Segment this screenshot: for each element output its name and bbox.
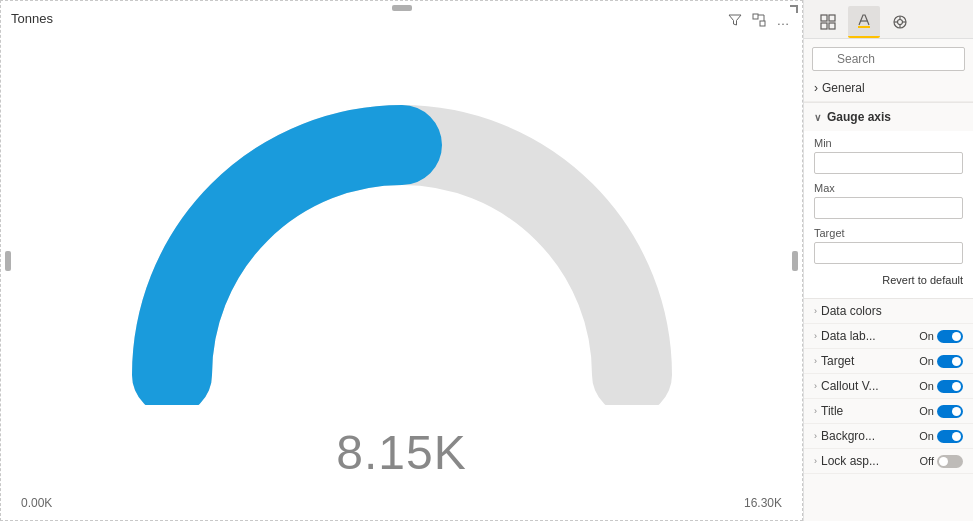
svg-rect-5	[829, 23, 835, 29]
focus-mode-icon[interactable]	[750, 11, 768, 29]
resize-handle-top[interactable]	[392, 5, 412, 11]
background-label-wrap: › Backgro...	[814, 429, 875, 443]
svg-rect-3	[829, 15, 835, 21]
section-general: › General	[804, 75, 973, 103]
background-pill[interactable]	[937, 430, 963, 443]
section-general-label: General	[822, 81, 865, 95]
revert-button[interactable]: Revert to default	[814, 272, 963, 290]
title-toggle[interactable]: On	[919, 405, 963, 418]
format-search: 🔍	[804, 39, 973, 75]
callout-value-pill[interactable]	[937, 380, 963, 393]
target-pill[interactable]	[937, 355, 963, 368]
chevron-data-labels: ›	[814, 331, 817, 341]
svg-rect-2	[821, 15, 827, 21]
background-label: Backgro...	[821, 429, 875, 443]
lock-aspect-toggle[interactable]: Off	[920, 455, 963, 468]
resize-handle-right[interactable]	[792, 251, 798, 271]
filter-icon[interactable]	[726, 11, 744, 29]
chevron-data-colors: ›	[814, 306, 817, 316]
lock-aspect-pill[interactable]	[937, 455, 963, 468]
more-options-icon[interactable]: …	[774, 11, 792, 29]
section-target[interactable]: › Target On	[804, 349, 973, 374]
title-toggle-label: On	[919, 405, 934, 417]
chart-panel: Tonnes … 8.15K 0.00K 16.30K	[0, 0, 803, 521]
target-label: Target	[821, 354, 854, 368]
chart-toolbar: …	[726, 11, 792, 29]
section-data-colors[interactable]: › Data colors	[804, 299, 973, 324]
field-target-input[interactable]	[814, 242, 963, 264]
data-labels-label-wrap: › Data lab...	[814, 329, 876, 343]
lock-aspect-label-wrap: › Lock asp...	[814, 454, 879, 468]
target-toggle[interactable]: On	[919, 355, 963, 368]
gauge-max-label: 16.30K	[744, 496, 782, 510]
callout-value-toggle[interactable]: On	[919, 380, 963, 393]
data-labels-toggle[interactable]: On	[919, 330, 963, 343]
svg-rect-0	[753, 14, 758, 19]
tab-analytics[interactable]	[884, 6, 916, 38]
field-max-label: Max	[814, 182, 963, 194]
section-lock-aspect[interactable]: › Lock asp... Off	[804, 449, 973, 474]
callout-value-label-wrap: › Callout V...	[814, 379, 879, 393]
section-title[interactable]: › Title On	[804, 399, 973, 424]
tab-format[interactable]	[848, 6, 880, 38]
chevron-gauge-axis: ∨	[814, 112, 821, 123]
target-toggle-label: On	[919, 355, 934, 367]
chevron-title: ›	[814, 406, 817, 416]
data-labels-toggle-label: On	[919, 330, 934, 342]
resize-handle-left[interactable]	[5, 251, 11, 271]
chart-title: Tonnes	[11, 11, 53, 26]
lock-aspect-label: Lock asp...	[821, 454, 879, 468]
title-pill[interactable]	[937, 405, 963, 418]
section-general-header[interactable]: › General	[804, 75, 973, 102]
field-max-input[interactable]	[814, 197, 963, 219]
section-gauge-axis-label: Gauge axis	[827, 110, 891, 124]
gauge-container	[122, 105, 682, 405]
search-input[interactable]	[812, 47, 965, 71]
field-max: Max	[814, 182, 963, 219]
gauge-min-label: 0.00K	[21, 496, 52, 510]
data-colors-label-wrap: › Data colors	[814, 304, 882, 318]
svg-point-8	[898, 20, 903, 25]
svg-rect-4	[821, 23, 827, 29]
data-colors-label: Data colors	[821, 304, 882, 318]
chevron-lock-aspect: ›	[814, 456, 817, 466]
svg-rect-1	[760, 21, 765, 26]
section-background[interactable]: › Backgro... On	[804, 424, 973, 449]
chevron-background: ›	[814, 431, 817, 441]
data-labels-label: Data lab...	[821, 329, 876, 343]
background-toggle[interactable]: On	[919, 430, 963, 443]
title-label: Title	[821, 404, 843, 418]
target-label-wrap: › Target	[814, 354, 854, 368]
background-toggle-label: On	[919, 430, 934, 442]
section-gauge-axis: ∨ Gauge axis Min Max Target Revert to de…	[804, 103, 973, 299]
section-callout-value[interactable]: › Callout V... On	[804, 374, 973, 399]
tab-fields[interactable]	[812, 6, 844, 38]
gauge-value: 8.15K	[336, 425, 466, 480]
field-min: Min	[814, 137, 963, 174]
section-gauge-axis-content: Min Max Target Revert to default	[804, 131, 973, 298]
field-min-input[interactable]	[814, 152, 963, 174]
field-min-label: Min	[814, 137, 963, 149]
lock-aspect-toggle-label: Off	[920, 455, 934, 467]
callout-value-label: Callout V...	[821, 379, 879, 393]
format-panel-tabs	[804, 0, 973, 39]
chevron-callout-value: ›	[814, 381, 817, 391]
format-panel: 🔍 › General ∨ Gauge axis Min Max Target	[803, 0, 973, 521]
chevron-general: ›	[814, 81, 818, 95]
field-target: Target	[814, 227, 963, 264]
data-labels-pill[interactable]	[937, 330, 963, 343]
title-label-wrap: › Title	[814, 404, 843, 418]
field-target-label: Target	[814, 227, 963, 239]
section-data-labels[interactable]: › Data lab... On	[804, 324, 973, 349]
gauge-svg	[122, 105, 682, 405]
chevron-target: ›	[814, 356, 817, 366]
section-gauge-axis-header[interactable]: ∨ Gauge axis	[804, 103, 973, 131]
callout-value-toggle-label: On	[919, 380, 934, 392]
